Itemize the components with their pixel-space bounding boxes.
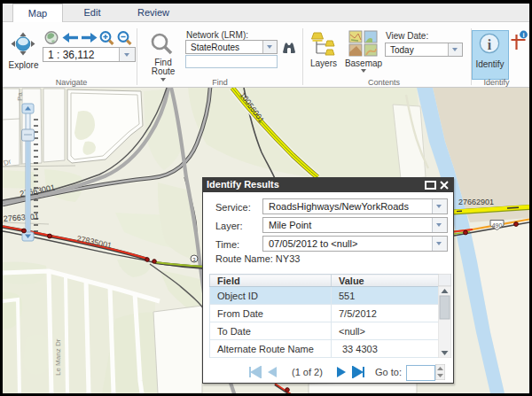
svg-text:i: i — [488, 37, 492, 52]
svg-text:490: 490 — [492, 222, 503, 229]
svg-text:Le Manz Dr: Le Manz Dr — [54, 338, 62, 376]
svg-text:Pa: Pa — [16, 92, 24, 101]
svg-text:27662901: 27662901 — [458, 198, 494, 206]
svg-text:i: i — [522, 31, 524, 39]
